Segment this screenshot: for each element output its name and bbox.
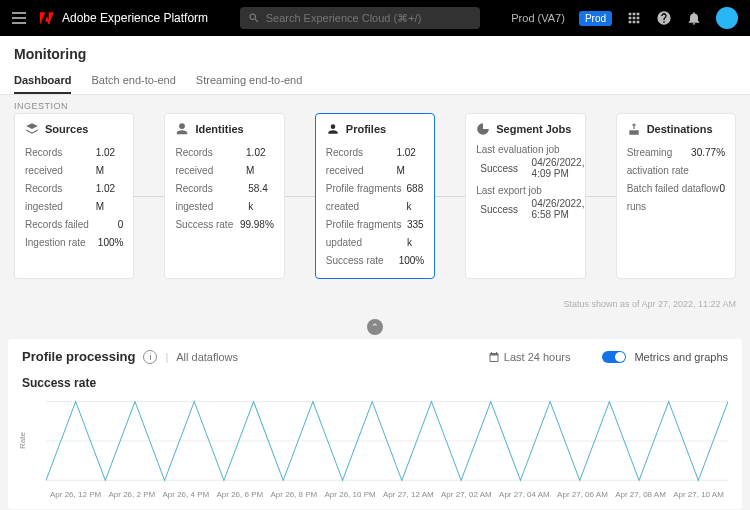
destinations-icon — [627, 122, 641, 136]
connector — [285, 196, 315, 197]
adobe-logo-icon — [40, 11, 54, 25]
top-nav: Adobe Experience Platform Prod (VA7) Pro… — [0, 0, 750, 36]
chart-block: Success rate Rate 100 50 0 Apr 26, 12 PM… — [22, 376, 728, 499]
card-profiles[interactable]: Profiles Records received1.02 M Profile … — [315, 113, 435, 279]
card-destinations[interactable]: Destinations Streaming activation rate30… — [616, 113, 736, 279]
calendar-icon — [488, 351, 500, 363]
identities-icon — [175, 122, 189, 136]
avatar[interactable] — [716, 7, 738, 29]
card-sources[interactable]: Sources Records received1.02 M Records i… — [14, 113, 134, 279]
env-label: Prod (VA7) — [511, 12, 565, 24]
segment-icon — [476, 122, 490, 136]
search-icon — [248, 12, 260, 24]
info-icon[interactable]: i — [143, 350, 157, 364]
help-icon[interactable] — [656, 10, 672, 26]
line-chart: 100 50 0 — [46, 396, 728, 486]
page-title: Monitoring — [14, 46, 736, 62]
collapse-toggle-icon[interactable]: ⌃ — [367, 319, 383, 335]
hamburger-icon[interactable] — [12, 12, 26, 24]
chart-ylabel: Rate — [18, 432, 27, 449]
card-identities[interactable]: Identities Records received1.02 M Record… — [164, 113, 284, 279]
brand: Adobe Experience Platform — [40, 11, 208, 25]
profiles-icon — [326, 122, 340, 136]
chart-title: Success rate — [22, 376, 728, 390]
time-range-picker[interactable]: Last 24 hours — [488, 351, 571, 363]
toggle-label: Metrics and graphs — [634, 351, 728, 363]
page-header: Monitoring Dashboard Batch end-to-end St… — [0, 36, 750, 95]
app-switcher-icon[interactable] — [626, 10, 642, 26]
card-title: Destinations — [647, 123, 713, 135]
profile-processing-panel: Profile processing i | All dataflows Las… — [8, 339, 742, 509]
sources-icon — [25, 122, 39, 136]
card-title: Profiles — [346, 123, 386, 135]
connector — [586, 196, 616, 197]
tabs: Dashboard Batch end-to-end Streaming end… — [14, 68, 736, 94]
card-segments[interactable]: Segment Jobs Last evaluation job Success… — [465, 113, 585, 279]
tab-batch[interactable]: Batch end-to-end — [91, 68, 175, 94]
connector — [134, 196, 164, 197]
card-title: Segment Jobs — [496, 123, 571, 135]
timestamp-note: Status shown as of Apr 27, 2022, 11:22 A… — [0, 297, 750, 319]
search-input[interactable] — [240, 7, 480, 29]
panel-title: Profile processing — [22, 349, 135, 364]
section-label-ingestion: INGESTION — [0, 95, 750, 113]
tab-streaming[interactable]: Streaming end-to-end — [196, 68, 302, 94]
card-title: Sources — [45, 123, 88, 135]
card-title: Identities — [195, 123, 243, 135]
brand-name: Adobe Experience Platform — [62, 11, 208, 25]
connector — [435, 196, 465, 197]
cards-row: Sources Records received1.02 M Records i… — [0, 113, 750, 287]
tab-dashboard[interactable]: Dashboard — [14, 68, 71, 94]
bell-icon[interactable] — [686, 10, 702, 26]
panel-subtitle: All dataflows — [176, 351, 238, 363]
metrics-toggle[interactable] — [602, 351, 626, 363]
env-badge[interactable]: Prod — [579, 11, 612, 26]
